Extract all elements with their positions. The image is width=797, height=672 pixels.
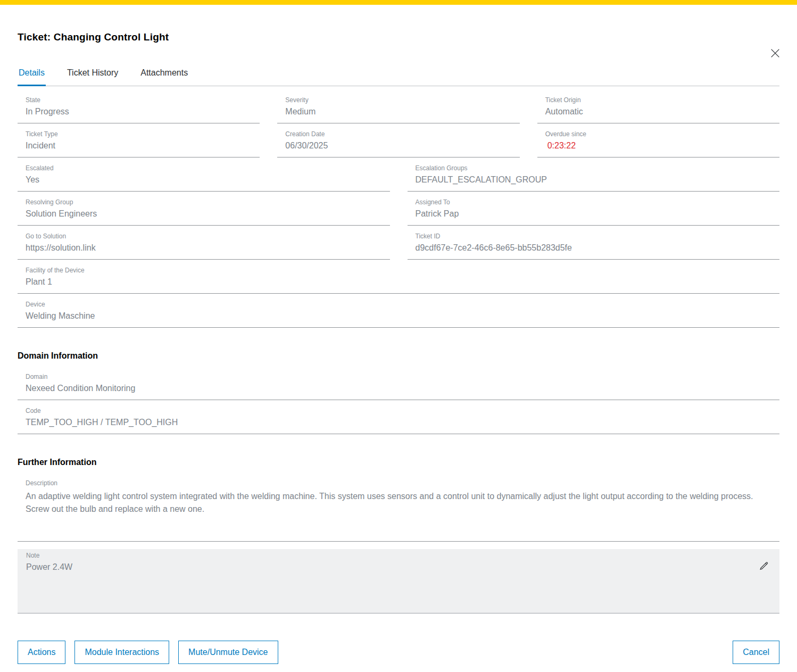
ticket-dialog: Ticket: Changing Control Light Details T… <box>0 31 797 664</box>
field-label: Escalation Groups <box>416 165 780 172</box>
edit-note-button[interactable] <box>759 561 769 570</box>
field-ticket-id: Ticket ID d9cdf67e-7ce2-46c6-8e65-bb55b2… <box>408 233 780 260</box>
tabbar: Details Ticket History Attachments <box>18 68 779 86</box>
field-domain: Domain Nexeed Condition Monitoring <box>18 374 779 400</box>
field-row: Go to Solution https://solution.link Tic… <box>18 233 779 260</box>
field-label: Creation Date <box>285 131 519 138</box>
field-value: Welding Maschine <box>26 311 779 321</box>
field-go-to-solution: Go to Solution https://solution.link <box>18 233 390 260</box>
field-label: Ticket Type <box>26 131 260 138</box>
field-state: State In Progress <box>18 97 260 123</box>
field-severity: Severity Medium <box>277 97 519 123</box>
field-assigned-to: Assigned To Patrick Pap <box>408 199 780 226</box>
footer-actions: Actions Module Interactions Mute/Unmute … <box>18 641 779 664</box>
field-value: Automatic <box>545 106 779 117</box>
field-row: Facility of the Device Plant 1 <box>18 267 779 294</box>
field-label: Device <box>26 301 779 308</box>
field-ticket-origin: Ticket Origin Automatic <box>537 97 779 123</box>
domain-information-heading: Domain Information <box>18 351 779 361</box>
field-row: Device Welding Maschine <box>18 301 779 328</box>
tab-attachments[interactable]: Attachments <box>139 68 189 86</box>
actions-button[interactable]: Actions <box>18 641 65 664</box>
field-value: Nexeed Condition Monitoring <box>26 383 779 394</box>
field-escalated: Escalated Yes <box>18 165 390 192</box>
field-value: d9cdf67e-7ce2-46c6-8e65-bb55b283d5fe <box>416 243 780 253</box>
overdue-value: 0:23:22 <box>545 140 779 151</box>
note-value: Power 2.4W <box>26 562 771 573</box>
field-value: DEFAULT_ESCALATION_GROUP <box>416 175 780 185</box>
field-device: Device Welding Maschine <box>18 301 779 328</box>
further-information-heading: Further Information <box>18 458 779 467</box>
field-label: Ticket ID <box>416 233 780 240</box>
close-icon <box>769 53 781 61</box>
field-label: Severity <box>285 97 519 104</box>
field-label: Code <box>26 408 779 414</box>
field-label: Ticket Origin <box>545 97 779 104</box>
close-button[interactable] <box>769 47 781 59</box>
field-code: Code TEMP_TOO_HIGH / TEMP_TOO_HIGH <box>18 408 779 434</box>
field-row: Resolving Group Solution Engineers Assig… <box>18 199 779 226</box>
field-row: State In Progress Severity Medium Ticket… <box>18 97 779 123</box>
field-facility-of-device: Facility of the Device Plant 1 <box>18 267 779 294</box>
tab-details[interactable]: Details <box>18 68 46 86</box>
pencil-icon <box>759 564 769 572</box>
field-label: Escalated <box>26 165 390 172</box>
field-row: Ticket Type Incident Creation Date 06/30… <box>18 131 779 157</box>
field-value: TEMP_TOO_HIGH / TEMP_TOO_HIGH <box>26 417 779 428</box>
field-label: Overdue since <box>545 131 779 138</box>
field-value: Solution Engineers <box>26 209 390 219</box>
field-row: Code TEMP_TOO_HIGH / TEMP_TOO_HIGH <box>18 408 779 434</box>
tab-ticket-history[interactable]: Ticket History <box>66 68 119 86</box>
field-label: Assigned To <box>416 199 780 206</box>
field-label: Resolving Group <box>26 199 390 206</box>
field-label: Note <box>26 552 771 559</box>
field-value: Yes <box>26 175 390 185</box>
field-value: 06/30/2025 <box>285 140 519 151</box>
field-resolving-group: Resolving Group Solution Engineers <box>18 199 390 226</box>
field-label: Facility of the Device <box>26 267 779 274</box>
brand-bar <box>0 0 797 5</box>
field-row: Domain Nexeed Condition Monitoring <box>18 374 779 400</box>
mute-unmute-device-button[interactable]: Mute/Unmute Device <box>178 641 278 664</box>
field-escalation-groups: Escalation Groups DEFAULT_ESCALATION_GRO… <box>408 165 780 192</box>
field-creation-date: Creation Date 06/30/2025 <box>277 131 519 157</box>
field-value: Incident <box>26 140 260 151</box>
field-value: Patrick Pap <box>416 209 780 219</box>
description-text: An adaptive welding light control system… <box>26 490 768 516</box>
field-label: Go to Solution <box>26 233 390 240</box>
cancel-button[interactable]: Cancel <box>733 641 779 664</box>
field-row: Escalated Yes Escalation Groups DEFAULT_… <box>18 165 779 192</box>
field-ticket-type: Ticket Type Incident <box>18 131 260 157</box>
field-value: In Progress <box>26 106 260 117</box>
note-field[interactable]: Note Power 2.4W <box>18 549 779 613</box>
field-value: Plant 1 <box>26 277 779 287</box>
field-label: Description <box>26 480 779 487</box>
field-overdue-since: Overdue since 0:23:22 <box>537 131 779 157</box>
solution-link[interactable]: https://solution.link <box>26 243 390 253</box>
field-description: Description An adaptive welding light co… <box>18 480 779 542</box>
module-interactions-button[interactable]: Module Interactions <box>74 641 169 664</box>
field-value: Medium <box>285 106 519 117</box>
field-label: Domain <box>26 374 779 380</box>
page-title: Ticket: Changing Control Light <box>18 31 779 43</box>
field-label: State <box>26 97 260 104</box>
